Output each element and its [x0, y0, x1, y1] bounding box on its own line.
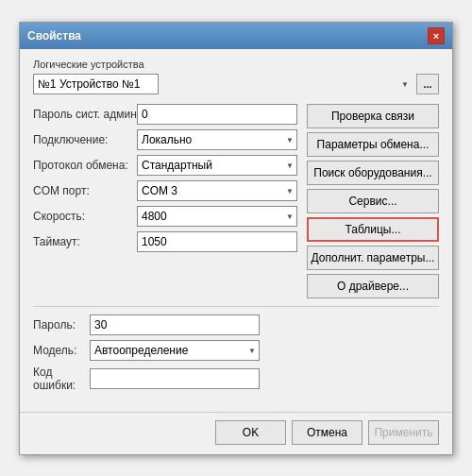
com-select-wrapper: COM 3 — [137, 180, 297, 201]
additional-params-button[interactable]: Дополнит. параметры... — [307, 246, 439, 270]
password-row: Пароль сист. администратора: — [33, 104, 297, 125]
check-connection-button[interactable]: Проверка связи — [307, 104, 439, 128]
protocol-row: Протокол обмена: Стандартный — [33, 155, 297, 176]
bottom-section: Пароль: Модель: Автоопределение Код ошиб… — [33, 314, 439, 392]
speed-label: Скорость: — [33, 210, 137, 223]
device-select[interactable]: №1 Устройство №1 — [33, 74, 159, 94]
com-select[interactable]: COM 3 — [137, 180, 297, 201]
speed-row: Скорость: 4800 — [33, 206, 297, 227]
device-select-wrapper: №1 Устройство №1 — [33, 74, 413, 94]
password-input[interactable] — [137, 104, 297, 125]
divider — [33, 306, 439, 307]
main-content: Пароль сист. администратора: Подключение… — [33, 104, 439, 298]
footer: OK Отмена Применить — [20, 412, 452, 454]
connection-label: Подключение: — [33, 133, 137, 146]
ellipsis-icon: ... — [423, 78, 431, 90]
error-code-input[interactable] — [90, 368, 260, 389]
com-port-row: COM порт: COM 3 — [33, 180, 297, 201]
speed-select-wrapper: 4800 — [137, 206, 297, 227]
protocol-label: Протокол обмена: — [33, 159, 137, 172]
dialog-title: Свойства — [27, 29, 81, 42]
ellipsis-button[interactable]: ... — [416, 74, 439, 94]
protocol-select-wrapper: Стандартный — [137, 155, 297, 176]
timeout-label: Таймаут: — [33, 235, 137, 248]
connection-select-wrapper: Локально — [137, 129, 297, 150]
title-bar: Свойства × — [20, 23, 452, 49]
dialog-body: Логические устройства №1 Устройство №1 .… — [20, 49, 452, 406]
tables-button[interactable]: Таблицы... — [307, 217, 439, 242]
speed-select[interactable]: 4800 — [137, 206, 297, 227]
right-panel: Проверка связи Параметры обмена... Поиск… — [307, 104, 439, 298]
bottom-password-label: Пароль: — [33, 318, 90, 332]
bottom-password-row: Пароль: — [33, 314, 439, 335]
ok-button[interactable]: OK — [215, 420, 286, 445]
error-code-row: Код ошибки: — [33, 366, 439, 392]
com-port-label: COM порт: — [33, 184, 137, 197]
left-panel: Пароль сист. администратора: Подключение… — [33, 104, 297, 298]
timeout-row: Таймаут: — [33, 231, 297, 252]
close-button[interactable]: × — [428, 27, 445, 44]
close-icon: × — [433, 30, 439, 42]
find-device-button[interactable]: Поиск оборудования... — [307, 161, 439, 185]
exchange-params-button[interactable]: Параметры обмена... — [307, 132, 439, 157]
timeout-input[interactable] — [137, 231, 297, 252]
bottom-password-input[interactable] — [90, 314, 260, 335]
apply-button[interactable]: Применить — [368, 420, 439, 445]
error-code-label: Код ошибки: — [33, 366, 90, 392]
devices-label: Логические устройства — [33, 59, 439, 70]
service-button[interactable]: Сервис... — [307, 189, 439, 213]
protocol-select[interactable]: Стандартный — [137, 155, 297, 176]
connection-select[interactable]: Локально — [137, 129, 297, 150]
password-label: Пароль сист. администратора: — [33, 108, 137, 121]
cancel-button[interactable]: Отмена — [292, 420, 362, 445]
connection-row: Подключение: Локально — [33, 129, 297, 150]
bottom-model-select[interactable]: Автоопределение — [90, 340, 260, 361]
bottom-model-row: Модель: Автоопределение — [33, 340, 439, 361]
device-row: №1 Устройство №1 ... — [33, 74, 439, 94]
properties-dialog: Свойства × Логические устройства №1 Устр… — [19, 22, 453, 455]
bottom-model-label: Модель: — [33, 344, 90, 357]
bottom-model-select-wrapper: Автоопределение — [90, 340, 260, 361]
about-driver-button[interactable]: О драйвере... — [307, 274, 439, 298]
